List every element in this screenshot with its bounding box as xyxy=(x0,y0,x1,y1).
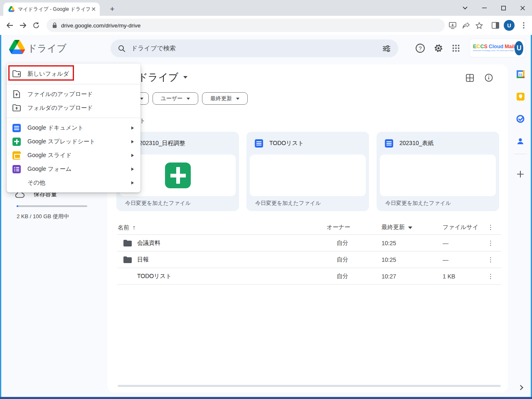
new-folder-icon xyxy=(12,70,21,78)
back-button[interactable] xyxy=(5,20,15,30)
menu-item-more[interactable]: その他 xyxy=(7,176,140,190)
add-panel-icon[interactable] xyxy=(516,170,525,178)
sheets-icon xyxy=(12,138,21,146)
modified-time: 10:25 xyxy=(382,256,396,263)
main-content: マイドライブ ユーザー 最終更新 ト xyxy=(107,64,508,392)
contacts-icon[interactable] xyxy=(516,137,525,145)
share-icon[interactable] xyxy=(462,21,470,30)
tasks-icon[interactable] xyxy=(516,115,525,123)
column-modified[interactable]: 最終更新 xyxy=(382,224,412,231)
folder-icon xyxy=(123,240,132,246)
table-options-icon[interactable]: ⋮ xyxy=(488,224,494,231)
card-title: TODOリスト xyxy=(269,140,304,147)
sort-descending-icon xyxy=(408,227,412,229)
search-options-icon[interactable] xyxy=(382,45,391,52)
file-upload-icon xyxy=(12,90,21,99)
forms-icon xyxy=(12,165,21,173)
chip-caret-icon xyxy=(236,98,239,100)
file-size: 1 KB xyxy=(443,273,455,280)
row-options-icon[interactable]: ⋮ xyxy=(488,256,494,264)
window-minimize-button[interactable] xyxy=(475,0,494,16)
card-preview xyxy=(250,155,366,196)
drive-logo-icon[interactable] xyxy=(9,40,25,54)
tab-search-chevron-icon[interactable] xyxy=(456,0,475,16)
window-border-left xyxy=(0,35,1,399)
menu-item-google-sheets[interactable]: Google スプレッドシート xyxy=(7,135,140,148)
submenu-arrow-icon xyxy=(131,167,134,171)
menu-item-google-forms[interactable]: Google フォーム xyxy=(7,162,140,176)
install-icon[interactable] xyxy=(448,21,457,30)
row-options-icon[interactable]: ⋮ xyxy=(488,273,494,280)
browser-profile-avatar[interactable]: U xyxy=(504,20,515,31)
lock-icon xyxy=(52,22,57,28)
svg-text:?: ? xyxy=(419,45,421,52)
filter-chip-modified[interactable]: 最終更新 xyxy=(202,92,248,105)
tab-close-icon[interactable]: ✕ xyxy=(90,5,97,13)
browser-titlebar: マイドライブ - Google ドライブ ✕ + xyxy=(0,0,532,16)
card-caption: 今日変更を加えたファイル xyxy=(255,200,321,207)
storage-progress-fill xyxy=(17,205,18,207)
keep-icon[interactable] xyxy=(516,92,525,101)
sheets-logo-icon xyxy=(165,163,191,188)
docs-icon xyxy=(12,124,21,132)
bookmark-star-icon[interactable] xyxy=(475,21,483,30)
browser-tab[interactable]: マイドライブ - Google ドライブ ✕ xyxy=(3,2,100,16)
browser-menu-icon[interactable] xyxy=(520,21,528,30)
file-size: — xyxy=(443,256,448,263)
url-bar[interactable]: drive.google.com/drive/my-drive xyxy=(47,19,445,32)
account-avatar[interactable]: U xyxy=(515,41,523,55)
menu-item-google-slides[interactable]: Google スライド xyxy=(7,148,140,162)
row-options-icon[interactable]: ⋮ xyxy=(488,239,494,247)
card-title: 202310_日程調整 xyxy=(139,140,185,147)
browser-window: マイドライブ - Google ドライブ ✕ + xyxy=(0,0,532,399)
grid-view-toggle-icon[interactable] xyxy=(465,73,475,83)
submenu-arrow-icon xyxy=(131,181,134,185)
column-size[interactable]: ファイルサイ xyxy=(443,224,478,231)
search-input[interactable]: ドライブで検索 xyxy=(111,39,398,57)
suggestion-card[interactable]: TODOリスト 今日変更を加えたファイル xyxy=(246,132,369,211)
horizontal-scrollbar[interactable] xyxy=(118,385,501,387)
docs-file-icon xyxy=(385,139,393,148)
forward-button[interactable] xyxy=(18,20,28,30)
file-name: 会議資料 xyxy=(137,239,160,247)
card-caption: 今日変更を加えたファイル xyxy=(385,200,451,207)
slides-icon xyxy=(12,151,21,160)
column-name[interactable]: 名前 ↑ xyxy=(118,223,135,231)
modified-time: 10:27 xyxy=(382,273,396,280)
file-name: 日報 xyxy=(137,256,149,264)
modified-time: 10:25 xyxy=(382,240,396,246)
menu-item-folder-upload[interactable]: フォルダのアップロード xyxy=(7,101,140,115)
calendar-icon[interactable]: 31 xyxy=(516,70,525,78)
card-preview xyxy=(380,155,496,196)
apps-grid-icon[interactable] xyxy=(451,43,461,54)
new-tab-button[interactable]: + xyxy=(106,3,118,15)
menu-item-google-docs[interactable]: Google ドキュメント xyxy=(7,121,140,135)
table-row[interactable]: TODOリスト 自分 10:27 1 KB ⋮ xyxy=(107,268,508,285)
table-row[interactable]: 会議資料 自分 10:25 — ⋮ xyxy=(107,235,508,251)
suggestion-card[interactable]: 202310_表紙 今日変更を加えたファイル xyxy=(377,132,499,211)
menu-item-file-upload[interactable]: ファイルのアップロード xyxy=(7,87,140,101)
settings-gear-icon[interactable] xyxy=(433,43,444,54)
storage-progress-bar xyxy=(17,205,87,207)
collapse-panel-chevron-icon[interactable] xyxy=(516,383,525,392)
menu-item-new-folder[interactable]: 新しいフォルダ xyxy=(7,64,140,84)
account-badge[interactable]: ECCSCloudMail Information Technology Cen… xyxy=(470,39,525,57)
help-icon[interactable]: ? xyxy=(415,43,426,54)
folder-icon xyxy=(123,256,132,263)
page-title-caret-icon xyxy=(183,76,187,79)
owner-name: 自分 xyxy=(337,256,348,264)
window-maximize-button[interactable] xyxy=(494,0,513,16)
filter-chip-people[interactable]: ユーザー xyxy=(153,92,198,105)
submenu-arrow-icon xyxy=(131,126,134,130)
column-owner[interactable]: オーナー xyxy=(327,224,350,231)
chip-caret-icon xyxy=(187,98,190,100)
window-close-button[interactable] xyxy=(513,0,532,16)
side-panel-icon[interactable] xyxy=(491,21,500,30)
file-name: TODOリスト xyxy=(137,273,172,280)
table-row[interactable]: 日報 自分 10:25 — ⋮ xyxy=(107,251,508,268)
url-text: drive.google.com/drive/my-drive xyxy=(61,22,140,29)
owner-name: 自分 xyxy=(337,273,348,280)
reload-button[interactable] xyxy=(31,20,41,30)
card-title: 202310_表紙 xyxy=(399,140,434,147)
info-icon[interactable] xyxy=(484,73,494,83)
